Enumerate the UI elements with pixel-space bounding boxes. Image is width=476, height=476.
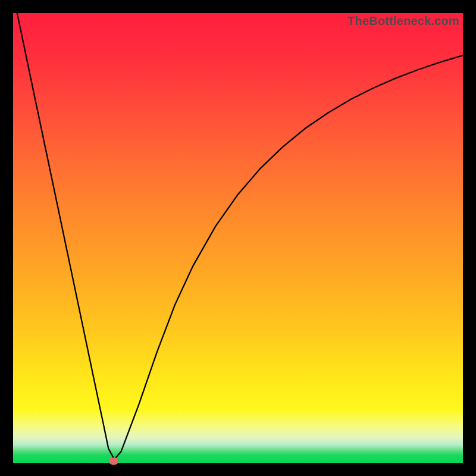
plot-area: TheBottleneck.com [13,13,463,463]
watermark-label: TheBottleneck.com [347,14,459,28]
chart-frame: TheBottleneck.com [0,0,476,476]
curve-path [17,13,463,459]
minimum-marker [109,458,118,465]
bottleneck-curve [13,13,463,463]
